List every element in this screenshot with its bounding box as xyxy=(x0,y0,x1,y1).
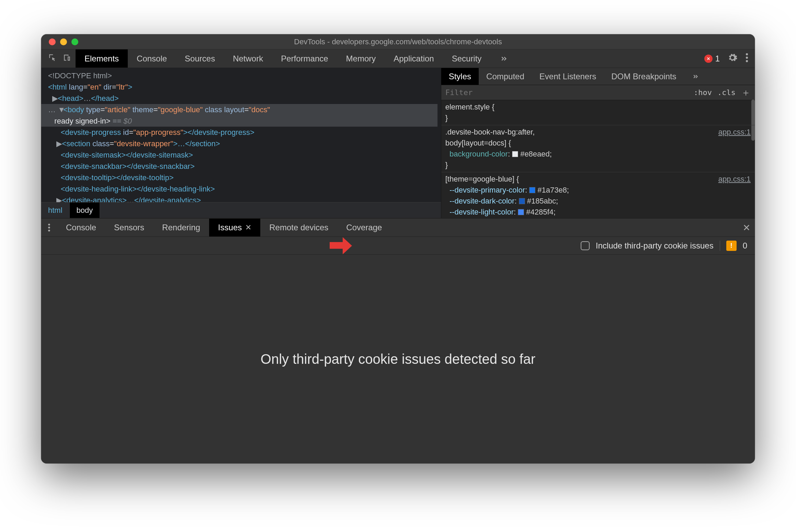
subtab-styles[interactable]: Styles xyxy=(441,68,479,85)
rule-selector[interactable]: element.style { xyxy=(445,102,751,113)
tab-console[interactable]: Console xyxy=(128,49,176,68)
separator xyxy=(720,241,720,251)
titlebar: DevTools - developers.google.com/web/too… xyxy=(41,34,755,49)
issues-badge-icon[interactable]: ! xyxy=(726,241,737,251)
issues-empty-message: Only third-party cookie issues detected … xyxy=(261,351,535,367)
drawer: Console Sensors Rendering Issues✕ Remote… xyxy=(41,218,755,463)
tab-performance[interactable]: Performance xyxy=(272,49,337,68)
hov-toggle[interactable]: :hov xyxy=(694,88,712,97)
svg-point-2 xyxy=(746,60,748,62)
dom-line[interactable]: <devsite-tooltip></devsite-tooltip> xyxy=(48,172,437,183)
css-property[interactable]: background-color xyxy=(450,150,508,158)
main-toolbar: Elements Console Sources Network Perform… xyxy=(41,49,755,68)
styles-tabs: Styles Computed Event Listeners DOM Brea… xyxy=(441,68,755,85)
styles-rules[interactable]: element.style { } app.css:1 .devsite-boo… xyxy=(441,100,755,218)
dom-line[interactable]: <devsite-heading-link></devsite-heading-… xyxy=(48,183,437,195)
dom-line[interactable]: ▶<section class="devsite-wrapper">…</sec… xyxy=(48,138,437,149)
cls-toggle[interactable]: .cls xyxy=(717,88,736,97)
drawer-tab-console[interactable]: Console xyxy=(57,219,105,236)
new-style-rule-button[interactable]: ＋ xyxy=(741,86,751,99)
close-window-button[interactable] xyxy=(49,38,56,45)
dom-line[interactable]: ▶<head>…</head> xyxy=(48,93,437,104)
dom-line[interactable]: <devsite-progress id="app-progress"></de… xyxy=(48,127,437,138)
error-indicator[interactable]: 1 xyxy=(704,54,720,63)
rule-source-link[interactable]: app.css:1 xyxy=(718,127,751,138)
issues-count: 0 xyxy=(743,241,747,251)
inspect-element-icon[interactable] xyxy=(48,53,57,64)
color-swatch[interactable] xyxy=(512,151,518,157)
minimize-window-button[interactable] xyxy=(60,38,67,45)
subtab-dom-breakpoints[interactable]: DOM Breakpoints xyxy=(604,68,684,85)
drawer-tabs: Console Sensors Rendering Issues✕ Remote… xyxy=(41,218,755,237)
issues-body: Only third-party cookie issues detected … xyxy=(41,255,755,463)
drawer-tab-rendering[interactable]: Rendering xyxy=(153,219,209,236)
dom-line[interactable]: ▶<devsite-analytics>…</devsite-analytics… xyxy=(48,195,437,202)
drawer-tab-sensors[interactable]: Sensors xyxy=(105,219,153,236)
tab-security[interactable]: Security xyxy=(443,49,491,68)
window-title: DevTools - developers.google.com/web/too… xyxy=(41,37,755,46)
error-icon xyxy=(704,55,713,63)
drawer-tab-remote[interactable]: Remote devices xyxy=(260,219,337,236)
drawer-close-button[interactable] xyxy=(738,219,755,236)
tab-sources[interactable]: Sources xyxy=(176,49,224,68)
dom-line[interactable]: <!DOCTYPE html> xyxy=(48,70,437,81)
subtab-computed[interactable]: Computed xyxy=(479,68,532,85)
styles-filter-bar: :hov .cls ＋ xyxy=(441,85,755,100)
dom-selected-node[interactable]: … ▼<body type="article" theme="google-bl… xyxy=(41,104,437,127)
rule-selector[interactable]: .devsite-book-nav-bg:after, xyxy=(445,127,751,138)
elements-panel[interactable]: <!DOCTYPE html> <html lang="en" dir="ltr… xyxy=(41,68,441,218)
breadcrumb-item[interactable]: html xyxy=(41,203,70,218)
include-third-party-label: Include third-party cookie issues xyxy=(596,241,714,251)
more-options-icon[interactable] xyxy=(745,53,749,65)
svg-point-1 xyxy=(746,56,748,58)
more-subtabs-button[interactable] xyxy=(684,68,707,85)
drawer-menu-icon[interactable] xyxy=(41,219,57,236)
zoom-window-button[interactable] xyxy=(71,38,78,45)
svg-point-3 xyxy=(48,224,50,225)
color-swatch[interactable] xyxy=(518,209,524,215)
more-tabs-button[interactable] xyxy=(490,49,518,68)
css-property[interactable]: --devsite-primary-color xyxy=(450,186,525,194)
devtools-window: DevTools - developers.google.com/web/too… xyxy=(41,34,755,463)
main-tabs: Elements Console Sources Network Perform… xyxy=(76,49,518,68)
color-swatch[interactable] xyxy=(529,187,535,193)
rule-source-link[interactable]: app.css:1 xyxy=(718,174,751,185)
color-swatch[interactable] xyxy=(519,198,525,204)
styles-filter-input[interactable] xyxy=(445,88,688,97)
rule-selector[interactable]: [theme=google-blue] { xyxy=(445,174,751,185)
styles-panel: Styles Computed Event Listeners DOM Brea… xyxy=(441,68,755,218)
tab-network[interactable]: Network xyxy=(224,49,272,68)
css-property[interactable]: --devsite-dark-color xyxy=(450,197,515,205)
drawer-tab-coverage[interactable]: Coverage xyxy=(337,219,391,236)
include-third-party-checkbox[interactable] xyxy=(581,241,590,250)
dom-line[interactable]: <devsite-sitemask></devsite-sitemask> xyxy=(48,149,437,161)
close-tab-icon[interactable]: ✕ xyxy=(245,223,251,232)
breadcrumb-item[interactable]: body xyxy=(70,203,100,218)
annotation-arrow-icon xyxy=(330,235,352,256)
drawer-tab-issues[interactable]: Issues✕ xyxy=(209,219,260,236)
settings-icon[interactable] xyxy=(727,53,738,65)
svg-point-5 xyxy=(48,230,50,231)
tab-application[interactable]: Application xyxy=(385,49,443,68)
error-count: 1 xyxy=(715,54,720,63)
dom-line[interactable]: <html lang="en" dir="ltr"> xyxy=(48,81,437,93)
issues-toolbar: Include third-party cookie issues ! 0 xyxy=(41,237,755,255)
subtab-event-listeners[interactable]: Event Listeners xyxy=(532,68,604,85)
dom-line[interactable]: <devsite-snackbar></devsite-snackbar> xyxy=(48,161,437,172)
device-toolbar-icon[interactable] xyxy=(62,53,71,64)
tab-elements[interactable]: Elements xyxy=(76,49,128,68)
breadcrumb: html body xyxy=(41,202,441,218)
css-property[interactable]: --devsite-light-color xyxy=(450,208,514,216)
traffic-lights xyxy=(41,38,78,45)
svg-point-0 xyxy=(746,53,748,55)
tab-memory[interactable]: Memory xyxy=(337,49,385,68)
svg-point-4 xyxy=(48,227,50,228)
